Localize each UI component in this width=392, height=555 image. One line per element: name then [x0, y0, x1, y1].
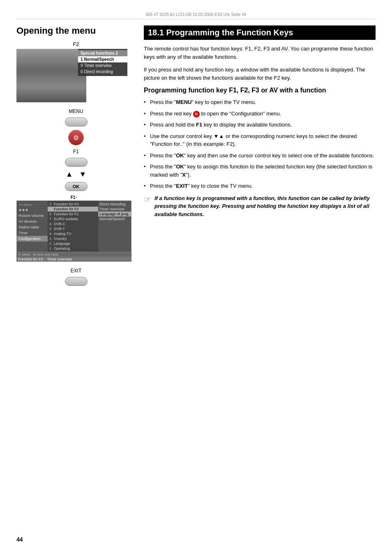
- tv-menu-full: TV-Menu ★★★ Picture-Volume AV devices St…: [16, 200, 131, 252]
- header-text: 605 47 2029.A2 LCD-GB 10.03.2006 8:52 Uh…: [146, 12, 247, 17]
- bottom-ok: ok save and clear.: [32, 253, 59, 256]
- sidebar-av-devices: AV devices: [17, 219, 48, 224]
- menu-overlay-item-1: 1 Normal/Speech: [78, 56, 127, 62]
- page-number: 44: [16, 536, 23, 543]
- right-direct-recording: Direct recording: [98, 202, 131, 207]
- sub-heading: Programming function key F1, F2, F3 or A…: [144, 87, 376, 94]
- bullet-item-5: Press the "OK" key and then use the curs…: [144, 152, 376, 160]
- tv-title-bar: Function for F2 Timer overview: [16, 257, 131, 262]
- main-item-analog: 4Analog-TV: [48, 231, 98, 236]
- main-item-country: 3Country: [48, 236, 98, 241]
- tv-label: TV-Menu: [17, 203, 48, 207]
- sidebar-stars: ★★★: [17, 207, 48, 213]
- note-icon: ☞: [144, 194, 151, 204]
- main-content: Opening the menu F2 Special functions 2 …: [16, 25, 376, 290]
- menu-overlay-item-0: 0 Direct recording: [78, 69, 127, 75]
- tv-menu-sidebar: TV-Menu ★★★ Picture-Volume AV devices St…: [17, 201, 48, 252]
- sidebar-picture-volume: Picture-Volume: [17, 213, 48, 219]
- note-box: ☞ If a function key is programmed with a…: [144, 194, 376, 219]
- right-section-title: 18.1 Programming the Function Keys: [144, 25, 376, 40]
- arrows-row: ▲ ▼: [66, 170, 87, 179]
- menu-screenshot: Special functions 2 1 Normal/Speech 9 Ti…: [16, 49, 127, 102]
- menu-item-label: Normal/Speech: [84, 57, 114, 62]
- ok-button-label: OK: [73, 184, 80, 189]
- tv-menu-right-panel: Direct recording Timer overview Language…: [98, 201, 131, 252]
- menu-overlay-header: Special functions 2: [78, 50, 127, 56]
- f2-label: F2: [16, 41, 136, 47]
- bullet-item-3: Press and hold the F1 key to display the…: [144, 121, 376, 129]
- right-language: Language of prog: [98, 212, 131, 216]
- main-item-dvbc: 6DVB-C: [48, 221, 98, 226]
- down-arrow-icon[interactable]: ▼: [79, 170, 87, 179]
- menu-item-label: Timer overview: [84, 63, 111, 68]
- menu-overlay-item-9: 9 Timer overview: [78, 62, 127, 69]
- red-button-icon: ⚙: [73, 134, 79, 142]
- main-item-language: 2Language: [48, 241, 98, 246]
- menu-item-num: 0: [81, 69, 83, 74]
- page-header: 605 47 2029.A2 LCD-GB 10.03.2006 8:52 Uh…: [16, 12, 376, 19]
- main-item-dvbt: 5DVB-T: [48, 226, 98, 231]
- menu-item-num: 1: [81, 57, 83, 62]
- menu-overlay: Special functions 2 1 Normal/Speech 9 Ti…: [78, 49, 127, 76]
- main-item-f2: Function for F2: [48, 207, 98, 212]
- title-timer: Timer overview: [47, 257, 72, 261]
- bullet-item-7: Press the "EXIT" key to close the TV men…: [144, 182, 376, 190]
- left-section-title: Opening the menu: [16, 25, 136, 36]
- bullet-item-6: Press the "OK" key to assign this functi…: [144, 163, 376, 179]
- note-text: If a function key is programmed with a f…: [154, 194, 376, 219]
- menu-item-label: Direct recording: [84, 69, 113, 74]
- f1-button[interactable]: [65, 158, 88, 167]
- sidebar-station-table: Station table: [17, 224, 48, 230]
- title-function-f2: Function for F2: [18, 257, 43, 261]
- ok-button[interactable]: OK: [65, 182, 88, 191]
- bullet-item-2: Press the red key ⚙ to open the "Configu…: [144, 110, 376, 118]
- right-normal-speech: Normal/Speech: [98, 216, 131, 221]
- bottom-screenshot: F1↑ TV-Menu ★★★ Picture-Volume AV device…: [16, 195, 131, 262]
- main-item-f3: 0Function for F3: [48, 202, 98, 207]
- f1-button-label: F1: [73, 149, 79, 154]
- exit-button-label: EXIT: [71, 268, 82, 274]
- tv-image: [16, 49, 86, 102]
- main-item-operating: 1Operating: [48, 246, 98, 251]
- bullet-item-4: Use the cursor control key ▼▲ or the cor…: [144, 132, 376, 148]
- red-config-button[interactable]: ⚙: [68, 130, 84, 145]
- page-container: 605 47 2029.A2 LCD-GB 10.03.2006 8:52 Uh…: [0, 0, 392, 555]
- tv-menu-main: 0Function for F3 Function for F2 8Functi…: [48, 201, 98, 252]
- remote-controls: MENU ⚙ F1 ▲ ▼ OK: [16, 108, 136, 191]
- intro-text-2: If you press and hold any function key, …: [144, 66, 376, 82]
- sidebar-timer: Timer: [17, 230, 48, 236]
- menu-button[interactable]: [65, 117, 88, 127]
- up-arrow-icon[interactable]: ▲: [66, 170, 73, 179]
- exit-button[interactable]: [65, 277, 88, 286]
- right-timer-overview: Timer overview: [98, 207, 131, 212]
- right-column: 18.1 Programming the Function Keys The r…: [144, 25, 376, 290]
- bullet-list: Press the "MENU" key to open the TV menu…: [144, 98, 376, 190]
- fi-indicator: F1↑: [16, 195, 131, 200]
- tv-image-inner: [16, 49, 86, 102]
- menu-item-num: 9: [81, 63, 83, 68]
- bottom-select: ⊙ select: [18, 253, 30, 256]
- main-item-euro: 7EURO sockets: [48, 216, 98, 221]
- red-key-icon: ⚙: [193, 111, 200, 117]
- exit-controls: EXIT: [16, 268, 136, 286]
- left-column: Opening the menu F2 Special functions 2 …: [16, 25, 136, 290]
- intro-text-1: The remote control has four function key…: [144, 45, 376, 61]
- bullet-item-1: Press the "MENU" key to open the TV menu…: [144, 98, 376, 106]
- menu-button-label: MENU: [69, 108, 83, 114]
- tv-bottom-bar: ⊙ select ok save and clear.: [16, 252, 131, 257]
- sidebar-configuration: Configuration: [17, 236, 48, 242]
- main-item-f1: 8Function for F1: [48, 212, 98, 216]
